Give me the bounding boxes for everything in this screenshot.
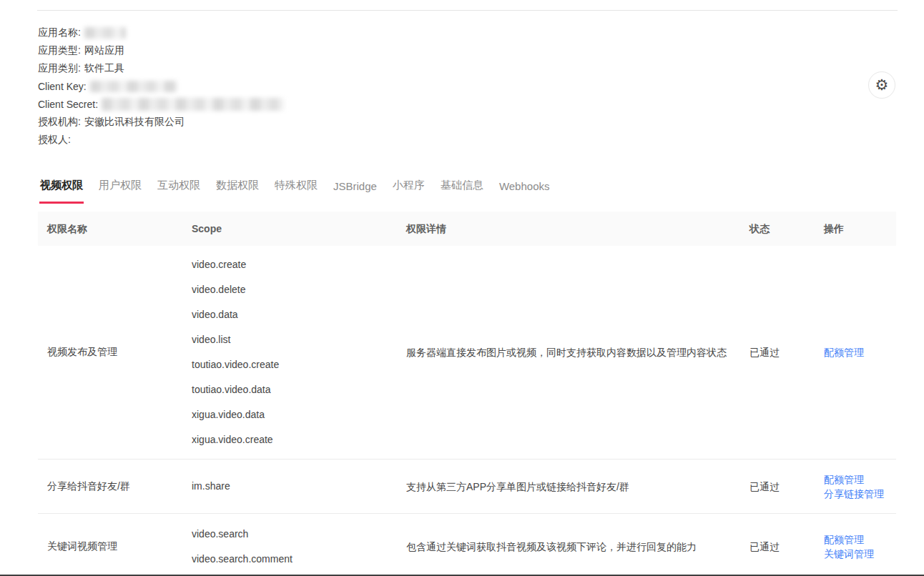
column-header-3: 状态 (740, 212, 815, 246)
action-link[interactable]: 配额管理 (824, 532, 896, 547)
permission-detail: 服务器端直接发布图片或视频，同时支持获取内容数据以及管理内容状态 (406, 345, 740, 359)
permission-detail: 支持从第三方APP分享单图片或链接给抖音好友/群 (406, 480, 740, 494)
app-info-field-type: 应用类型: 网站应用 (38, 41, 284, 59)
scope-item: video.search (192, 522, 397, 547)
action-link[interactable]: 关键词管理 (824, 547, 896, 561)
scope-item: video.delete (192, 277, 397, 302)
permission-detail: 包含通过关键词获取抖音视频及该视频下评论，并进行回复的能力 (406, 540, 740, 554)
action-cell: 配额管理 (815, 246, 896, 459)
action-cell: 配额管理分享链接管理 (815, 460, 896, 513)
redacted-value-client_secret (102, 98, 284, 111)
scope-item: im.share (192, 474, 397, 499)
app-info-label: 应用名称: (38, 26, 81, 39)
column-header-1: Scope (182, 212, 397, 246)
app-info-field-client_key: Client Key: (38, 77, 284, 95)
scope-item: toutiao.video.create (192, 352, 397, 377)
tab-special[interactable]: 特殊权限 (274, 179, 318, 204)
scope-cell: video.searchvideo.search.comment (182, 514, 397, 576)
app-info-label: 应用类型: (38, 44, 81, 57)
permission-name: 视频发布及管理 (47, 346, 182, 359)
scope-cell: video.createvideo.deletevideo.datavideo.… (182, 246, 397, 459)
status-badge: 已通过 (749, 540, 815, 554)
permission-name: 分享给抖音好友/群 (47, 480, 182, 493)
tab-video[interactable]: 视频权限 (39, 179, 84, 204)
app-info-field-name: 应用名称: (38, 24, 284, 41)
column-header-4: 操作 (815, 212, 896, 246)
permissions-table: 权限名称Scope权限详情状态操作 视频发布及管理 video.createvi… (38, 212, 896, 576)
permission-name: 关键词视频管理 (47, 540, 182, 553)
app-info-label: 授权人: (38, 134, 71, 147)
app-info-field-client_secret: Client Secret: (38, 95, 284, 113)
redacted-value-client_key (90, 81, 177, 92)
scope-item: video.search.comment (192, 547, 397, 572)
app-info-section: 应用名称: 应用类型: 网站应用 应用类别: 软件工具 Client Key: … (38, 24, 284, 149)
status-cell: 已通过 (740, 514, 815, 576)
action-cell: 配额管理关键词管理 (815, 514, 896, 576)
scope-cell: im.share (182, 460, 397, 513)
app-info-label: Client Key: (38, 81, 87, 92)
settings-button[interactable]: ⚙ (868, 71, 895, 99)
tab-user[interactable]: 用户权限 (98, 179, 142, 204)
app-info-label: Client Secret: (38, 99, 98, 110)
status-cell: 已通过 (740, 246, 815, 459)
scope-item: xigua.video.data (192, 402, 397, 427)
tab-interact[interactable]: 互动权限 (157, 179, 201, 204)
status-cell: 已通过 (740, 460, 815, 513)
status-badge: 已通过 (749, 480, 815, 494)
app-info-field-authorizer: 授权人: (38, 131, 284, 149)
scope-item: video.create (192, 252, 397, 277)
app-info-label: 应用类别: (38, 62, 81, 75)
column-header-2: 权限详情 (397, 212, 740, 246)
permission-name-cell: 关键词视频管理 (38, 514, 182, 576)
scope-item: xigua.video.create (192, 427, 397, 452)
gear-icon: ⚙ (875, 78, 889, 93)
action-link[interactable]: 配额管理 (824, 345, 896, 359)
tab-miniapp[interactable]: 小程序 (392, 179, 426, 204)
column-header-0: 权限名称 (38, 212, 182, 246)
scope-item: video.data (192, 302, 397, 327)
status-badge: 已通过 (749, 345, 815, 359)
tab-basic[interactable]: 基础信息 (440, 179, 484, 204)
table-row: 分享给抖音好友/群 im.share 支持从第三方APP分享单图片或链接给抖音好… (38, 460, 896, 514)
action-link[interactable]: 配额管理 (824, 472, 896, 487)
tab-webhooks[interactable]: Webhooks (498, 180, 551, 204)
app-info-value-category: 软件工具 (84, 62, 124, 75)
tab-jsbridge[interactable]: JSBridge (333, 180, 378, 204)
table-row: 视频发布及管理 video.createvideo.deletevideo.da… (38, 246, 896, 460)
table-row: 关键词视频管理 video.searchvideo.search.comment… (38, 514, 896, 576)
permission-name-cell: 视频发布及管理 (38, 246, 182, 459)
permission-detail-cell: 支持从第三方APP分享单图片或链接给抖音好友/群 (397, 460, 740, 513)
scope-item: toutiao.video.data (192, 377, 397, 402)
permission-tabs: 视频权限用户权限互动权限数据权限特殊权限JSBridge小程序基础信息Webho… (39, 179, 564, 204)
action-link[interactable]: 分享链接管理 (824, 487, 896, 501)
redacted-value-name (84, 27, 126, 39)
app-info-value-org: 安徽比讯科技有限公司 (84, 116, 185, 129)
app-info-field-org: 授权机构: 安徽比讯科技有限公司 (38, 113, 284, 131)
app-info-field-category: 应用类别: 软件工具 (38, 59, 284, 77)
permission-detail-cell: 包含通过关键词获取抖音视频及该视频下评论，并进行回复的能力 (397, 514, 740, 576)
permission-detail-cell: 服务器端直接发布图片或视频，同时支持获取内容数据以及管理内容状态 (397, 246, 740, 459)
app-info-label: 授权机构: (38, 116, 81, 129)
table-body: 视频发布及管理 video.createvideo.deletevideo.da… (38, 246, 896, 576)
top-divider (37, 10, 898, 11)
app-info-value-type: 网站应用 (84, 44, 124, 57)
scope-item: video.list (192, 327, 397, 352)
table-header-row: 权限名称Scope权限详情状态操作 (38, 212, 896, 246)
permission-name-cell: 分享给抖音好友/群 (38, 460, 182, 513)
tab-data[interactable]: 数据权限 (215, 179, 260, 204)
